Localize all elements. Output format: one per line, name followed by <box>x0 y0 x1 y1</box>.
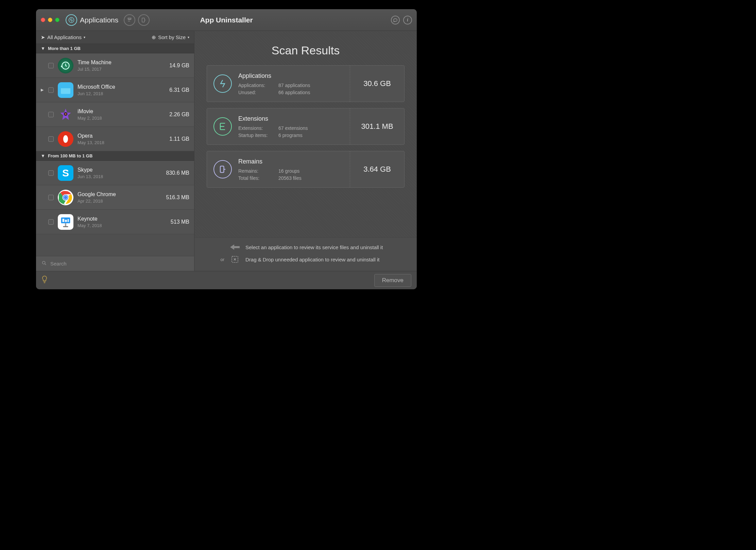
scope-dropdown[interactable]: ➤ All Applications ▾ <box>41 34 85 40</box>
svg-rect-15 <box>65 223 66 226</box>
app-row[interactable]: iMovie May 2, 2018 2.26 GB <box>36 102 194 127</box>
app-date: May 2, 2018 <box>78 116 102 121</box>
app-row[interactable]: Opera May 13, 2018 1.11 GB <box>36 127 194 151</box>
checkbox[interactable] <box>48 219 54 225</box>
filter-bar: ➤ All Applications ▾ ⊕ Sort by Size ▾ <box>36 31 194 44</box>
zoom-window-button[interactable] <box>55 18 59 22</box>
app-date: May 13, 2018 <box>78 140 104 145</box>
minimize-window-button[interactable] <box>48 18 52 22</box>
card-title: Extensions <box>238 115 350 122</box>
svg-rect-16 <box>63 226 68 227</box>
app-row[interactable]: S Skype Jun 13, 2018 830.6 MB <box>36 161 194 185</box>
app-date: Jun 12, 2018 <box>78 91 115 96</box>
svg-point-6 <box>63 135 68 143</box>
app-size: 1.11 GB <box>169 136 189 142</box>
card-applications[interactable]: Applications Applications:87 application… <box>207 65 405 102</box>
group-header[interactable]: ▼More than 1 GB <box>36 44 194 53</box>
remains-icon <box>213 160 232 178</box>
scope-label: All Applications <box>47 34 82 40</box>
sort-icon: ⊕ <box>152 34 156 40</box>
app-list[interactable]: ▼More than 1 GB Time Machine Jul 15, 201… <box>36 44 194 256</box>
checkbox[interactable] <box>48 87 54 93</box>
app-size: 516.3 MB <box>166 194 189 201</box>
applications-icon <box>213 74 232 93</box>
scan-results-title: Scan Results <box>207 44 405 57</box>
expand-caret-icon[interactable]: ▶ <box>41 88 44 92</box>
card-title: Remains <box>238 158 350 165</box>
location-icon: ➤ <box>41 34 45 40</box>
group-label: From 100 MB to 1 GB <box>48 153 92 158</box>
sidebar: ➤ All Applications ▾ ⊕ Sort by Size ▾ ▼M… <box>36 31 194 271</box>
main-panel: Scan Results Applications Applications:8… <box>194 31 417 271</box>
drag-drop-icon <box>230 255 240 263</box>
app-row[interactable]: Google Chrome Apr 22, 2018 516.3 MB <box>36 185 194 210</box>
app-size: 14.9 GB <box>169 63 189 69</box>
app-name: Microsoft Office <box>78 84 115 90</box>
app-row[interactable]: Time Machine Jul 15, 2017 14.9 GB <box>36 53 194 78</box>
svg-rect-13 <box>65 220 67 222</box>
app-row[interactable]: Keynote May 7, 2018 513 MB <box>36 210 194 234</box>
checkbox[interactable] <box>48 112 54 117</box>
tab-remains-icon[interactable] <box>138 14 150 26</box>
svg-rect-18 <box>220 166 224 173</box>
card-extensions[interactable]: Extensions Extensions:67 extensions Star… <box>207 108 405 145</box>
svg-rect-12 <box>63 219 65 222</box>
card-size: 301.1 MB <box>350 108 404 144</box>
svg-point-17 <box>42 261 45 264</box>
svg-point-10 <box>64 196 67 199</box>
feedback-icon[interactable] <box>391 16 400 24</box>
checkbox[interactable] <box>48 195 54 200</box>
search-icon <box>41 260 47 267</box>
arrow-left-icon <box>230 244 240 251</box>
titlebar: Applications App Uninstaller i <box>36 9 417 31</box>
tab-extensions-icon[interactable] <box>124 14 135 26</box>
disclosure-triangle-icon: ▼ <box>41 153 45 158</box>
checkbox[interactable] <box>48 170 54 176</box>
group-label: More than 1 GB <box>48 46 81 51</box>
disclosure-triangle-icon: ▼ <box>41 46 45 51</box>
hints: Select an application to review its serv… <box>194 237 417 271</box>
app-name: Keynote <box>78 216 102 222</box>
group-header[interactable]: ▼From 100 MB to 1 GB <box>36 151 194 161</box>
traffic-lights <box>41 18 59 22</box>
extensions-icon <box>213 117 232 136</box>
chevron-down-icon: ▾ <box>188 35 189 39</box>
checkbox[interactable] <box>48 136 54 142</box>
footer: Remove <box>36 271 417 289</box>
app-date: Apr 22, 2018 <box>78 199 116 204</box>
app-name: Google Chrome <box>78 191 116 197</box>
app-row[interactable]: ▶ Microsoft Office Jun 12, 2018 6.31 GB <box>36 78 194 102</box>
tab-applications-icon[interactable] <box>66 14 77 26</box>
card-title: Applications <box>238 72 350 80</box>
card-remains[interactable]: Remains Remains:16 groups Total files:20… <box>207 151 405 188</box>
info-icon[interactable]: i <box>403 16 412 24</box>
svg-rect-14 <box>68 219 69 222</box>
card-size: 3.64 GB <box>350 151 404 187</box>
card-size: 30.6 GB <box>350 66 404 102</box>
app-size: 6.31 GB <box>169 87 189 93</box>
app-date: Jul 15, 2017 <box>78 67 111 72</box>
hint-select-text: Select an application to review its serv… <box>245 244 383 250</box>
search-bar <box>36 256 194 271</box>
svg-rect-1 <box>142 18 145 22</box>
sort-label: Sort by Size <box>158 34 186 40</box>
chevron-down-icon: ▾ <box>84 35 85 39</box>
close-window-button[interactable] <box>41 18 45 22</box>
app-size: 513 MB <box>171 219 189 225</box>
app-size: 2.26 GB <box>169 111 189 118</box>
app-name: iMovie <box>78 108 102 115</box>
svg-point-4 <box>65 113 66 115</box>
window-title: App Uninstaller <box>200 16 253 24</box>
search-input[interactable] <box>50 261 189 267</box>
remove-button[interactable]: Remove <box>374 274 411 287</box>
app-date: Jun 13, 2018 <box>78 174 103 179</box>
sort-dropdown[interactable]: ⊕ Sort by Size ▾ <box>152 34 189 40</box>
lightbulb-icon[interactable] <box>41 276 48 285</box>
checkbox[interactable] <box>48 63 54 68</box>
tab-applications-label[interactable]: Applications <box>80 16 118 24</box>
or-label: or <box>215 257 224 262</box>
hint-drag-text: Drag & Drop unneeded application to revi… <box>245 257 379 262</box>
app-name: Skype <box>78 167 103 173</box>
app-size: 830.6 MB <box>166 170 189 176</box>
app-name: Opera <box>78 133 104 139</box>
